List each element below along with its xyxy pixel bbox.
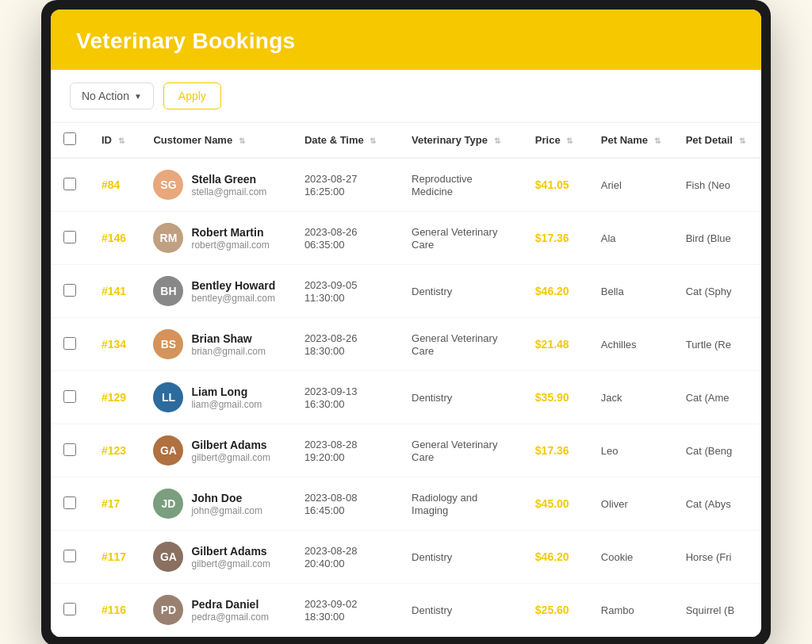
row-price: $25.60 [523,584,588,637]
no-action-label: No Action [82,90,129,102]
apply-button[interactable]: Apply [163,82,221,109]
customer-info: Stella Green stella@gmail.com [191,173,266,197]
row-checkbox-cell [51,212,89,265]
customer-info: Gilbert Adams gilbert@gmail.com [191,545,270,569]
row-datetime: 2023-08-28 19:20:00 [292,424,399,477]
row-checkbox[interactable] [63,496,76,509]
row-pet-name: Jack [588,371,673,424]
row-checkbox[interactable] [63,284,76,297]
bookings-table-wrapper: ID ⇅ Customer Name ⇅ Date & Time ⇅ Veter… [51,123,761,637]
avatar: BH [153,276,183,306]
select-all-checkbox[interactable] [63,132,76,145]
col-header-id[interactable]: ID ⇅ [89,123,140,158]
row-checkbox[interactable] [63,550,76,562]
row-vet-type: Reproductive Medicine [399,158,523,212]
table-body: #84 SG Stella Green stella@gmail.com 202… [51,158,761,637]
bookings-table: ID ⇅ Customer Name ⇅ Date & Time ⇅ Veter… [51,123,761,637]
customer-email: brian@gmail.com [191,346,266,357]
row-price: $21.48 [523,318,588,371]
row-checkbox[interactable] [63,337,76,350]
row-checkbox[interactable] [63,178,76,190]
row-checkbox-cell [51,584,89,637]
row-id: #116 [89,584,140,637]
row-id: #146 [89,212,140,265]
row-checkbox-cell [51,531,89,584]
col-header-pet-detail[interactable]: Pet Detail ⇅ [673,123,761,158]
col-header-customer-name[interactable]: Customer Name ⇅ [140,123,291,158]
avatar: BS [153,329,183,359]
row-price: $46.20 [523,265,588,318]
app-window: Veterinary Bookings No Action ▼ Apply ID… [51,10,761,637]
row-datetime: 2023-08-27 16:25:00 [292,158,399,212]
row-pet-detail: Cat (Ame [673,371,761,424]
row-datetime: 2023-09-13 16:30:00 [292,371,399,424]
row-price: $45.00 [523,477,588,531]
avatar: JD [153,489,183,519]
customer-email: bentley@gmail.com [191,293,275,304]
row-price: $41.05 [523,158,588,212]
page-title: Veterinary Bookings [76,29,736,54]
row-vet-type: Dentistry [399,265,523,318]
customer-info: John Doe john@gmail.com [191,492,262,516]
customer-info: Pedra Daniel pedra@gmail.com [191,598,269,623]
customer-name: Robert Martin [191,226,269,239]
no-action-button[interactable]: No Action ▼ [70,82,154,109]
customer-email: gilbert@gmail.com [191,558,270,569]
row-price: $17.36 [523,212,588,265]
customer-email: john@gmail.com [191,505,262,516]
row-checkbox[interactable] [63,231,76,243]
row-datetime: 2023-09-05 11:30:00 [292,265,399,318]
row-customer: GA Gilbert Adams gilbert@gmail.com [140,531,291,584]
row-customer: JD John Doe john@gmail.com [140,477,291,531]
col-header-vet-type[interactable]: Veterinary Type ⇅ [399,123,523,158]
select-all-header [51,123,89,158]
row-pet-detail: Turtle (Re [673,318,761,371]
row-checkbox-cell [51,265,89,318]
table-row: #116 PD Pedra Daniel pedra@gmail.com 202… [51,584,761,637]
row-checkbox[interactable] [63,443,76,456]
row-checkbox-cell [51,371,89,424]
row-pet-detail: Cat (Sphy [673,265,761,318]
customer-email: stella@gmail.com [191,186,266,197]
row-customer: RM Robert Martin robert@gmail.com [140,212,291,265]
col-header-datetime[interactable]: Date & Time ⇅ [292,123,399,158]
row-checkbox-cell [51,424,89,477]
avatar: SG [153,170,183,200]
row-pet-name: Ariel [588,158,673,212]
sort-icon-vet: ⇅ [494,136,500,145]
col-header-price[interactable]: Price ⇅ [523,123,588,158]
chevron-down-icon: ▼ [134,92,142,101]
row-vet-type: General Veterinary Care [399,424,523,477]
avatar: RM [153,223,183,253]
customer-name: John Doe [191,492,262,504]
row-id: #134 [89,318,140,371]
sort-icon-datetime: ⇅ [370,136,376,145]
row-pet-detail: Bird (Blue [673,212,761,265]
customer-info: Brian Shaw brian@gmail.com [191,332,266,357]
row-vet-type: Radiology and Imaging [399,477,523,531]
table-row: #123 GA Gilbert Adams gilbert@gmail.com … [51,424,761,477]
customer-name: Gilbert Adams [191,439,270,451]
row-price: $35.90 [523,371,588,424]
row-pet-name: Cookie [588,531,673,584]
row-pet-name: Leo [588,424,673,477]
customer-email: liam@gmail.com [191,399,262,410]
row-pet-name: Bella [588,265,673,318]
row-pet-name: Oliver [588,477,673,531]
customer-email: gilbert@gmail.com [191,452,270,463]
row-checkbox[interactable] [63,603,76,615]
row-datetime: 2023-08-28 20:40:00 [292,531,399,584]
col-header-pet-name[interactable]: Pet Name ⇅ [588,123,673,158]
customer-name: Brian Shaw [191,332,266,345]
row-pet-name: Ala [588,212,673,265]
avatar: GA [153,435,183,466]
table-header-row: ID ⇅ Customer Name ⇅ Date & Time ⇅ Veter… [51,123,761,158]
row-pet-detail: Cat (Abys [673,477,761,531]
sort-icon-petdetail: ⇅ [739,136,745,145]
row-id: #129 [89,371,140,424]
customer-name: Pedra Daniel [191,598,269,611]
avatar: LL [153,382,183,412]
row-pet-name: Achilles [588,318,673,371]
row-checkbox[interactable] [63,390,76,403]
avatar: GA [153,542,183,572]
